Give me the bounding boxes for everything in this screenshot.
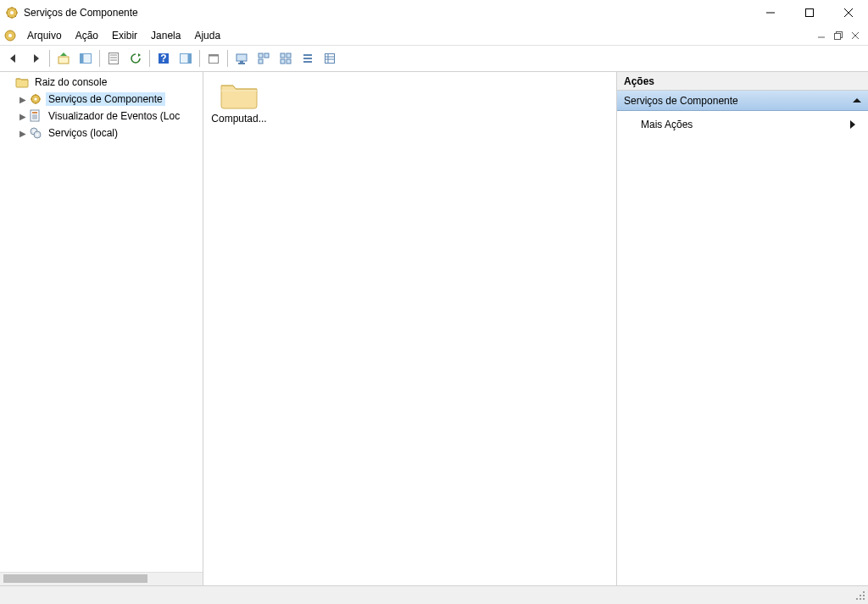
app-icon: [5, 6, 19, 19]
tree-pane: Raiz do console ▶ Serviços de Componente…: [0, 72, 203, 585]
folder-icon: [15, 75, 29, 89]
view-list-button[interactable]: [298, 48, 318, 69]
svg-rect-32: [281, 53, 285, 58]
window-title: Serviços de Componente: [24, 7, 751, 19]
svg-rect-33: [287, 53, 291, 58]
main-pane[interactable]: Computad...: [203, 72, 617, 585]
svg-rect-23: [188, 54, 192, 64]
show-hide-action-button[interactable]: [175, 48, 196, 69]
view-components-button[interactable]: [275, 48, 296, 69]
svg-rect-29: [259, 53, 263, 58]
back-button[interactable]: [3, 48, 24, 69]
mdi-close-button[interactable]: [848, 29, 863, 42]
svg-rect-13: [58, 57, 69, 64]
actions-section-header[interactable]: Serviços de Componente: [617, 91, 868, 111]
svg-rect-25: [209, 55, 219, 57]
window-controls: [751, 0, 868, 25]
svg-rect-39: [326, 54, 335, 64]
tree-item-label: Serviços de Componente: [46, 92, 165, 106]
collapse-up-icon: [853, 97, 861, 105]
actions-pane: Ações Serviços de Componente Mais Ações: [617, 72, 868, 585]
svg-rect-58: [860, 595, 861, 596]
new-window-button[interactable]: [203, 48, 224, 69]
tree-item-event-viewer[interactable]: ▶ Visualizador de Eventos (Loc: [0, 108, 203, 125]
toolbar: ?: [0, 46, 868, 72]
actions-section-label: Serviços de Componente: [624, 95, 738, 107]
resize-grip-icon[interactable]: [853, 588, 868, 603]
minimize-button[interactable]: [751, 0, 790, 25]
scrollbar-thumb[interactable]: [3, 574, 147, 583]
menu-ajuda[interactable]: Ajuda: [187, 27, 227, 44]
tree-root-label: Raiz do console: [32, 75, 109, 89]
actions-list: Mais Ações: [617, 111, 868, 138]
mdi-minimize-button[interactable]: [814, 29, 829, 42]
show-hide-tree-button[interactable]: [75, 48, 96, 69]
chevron-right-icon: [849, 120, 856, 129]
view-applications-button[interactable]: [253, 48, 274, 69]
menu-acao[interactable]: Ação: [69, 27, 105, 44]
svg-rect-35: [287, 59, 291, 64]
menu-exibir[interactable]: Exibir: [105, 27, 144, 44]
view-detail-button[interactable]: [320, 48, 340, 69]
svg-rect-46: [32, 112, 37, 114]
menu-arquivo[interactable]: Arquivo: [20, 27, 69, 44]
svg-point-53: [36, 134, 38, 136]
action-more[interactable]: Mais Ações: [617, 114, 868, 135]
svg-text:?: ?: [160, 53, 166, 64]
toolbar-separator: [199, 50, 200, 67]
help-button[interactable]: ?: [153, 48, 174, 69]
svg-rect-56: [863, 595, 865, 596]
svg-point-7: [8, 34, 12, 37]
console-tree[interactable]: Raiz do console ▶ Serviços de Componente…: [0, 72, 203, 572]
svg-rect-10: [835, 33, 841, 39]
mmc-icon: [3, 29, 17, 42]
tree-root[interactable]: Raiz do console: [0, 74, 203, 91]
toolbar-separator: [49, 50, 50, 67]
chevron-right-icon[interactable]: ▶: [17, 129, 29, 138]
services-gear-icon: [29, 126, 42, 140]
tree-horizontal-scrollbar[interactable]: [0, 572, 203, 585]
toolbar-separator: [99, 50, 100, 67]
svg-rect-57: [856, 598, 858, 600]
svg-point-52: [33, 130, 35, 132]
mdi-restore-button[interactable]: [831, 29, 846, 42]
mdi-controls: [814, 29, 865, 42]
tree-item-label: Serviços (local): [46, 126, 120, 140]
svg-rect-59: [863, 591, 865, 593]
forward-button[interactable]: [25, 48, 46, 69]
toolbar-separator: [227, 50, 228, 67]
menubar: Arquivo Ação Exibir Janela Ajuda: [0, 25, 868, 46]
svg-point-1: [10, 11, 14, 14]
svg-rect-34: [281, 59, 285, 64]
up-button[interactable]: [53, 48, 74, 69]
svg-rect-26: [236, 54, 247, 61]
computers-folder[interactable]: Computad...: [209, 77, 270, 125]
refresh-button[interactable]: [125, 48, 146, 69]
maximize-button[interactable]: [790, 0, 829, 25]
svg-rect-31: [259, 59, 263, 64]
menubar-left: Arquivo Ação Exibir Janela Ajuda: [3, 27, 227, 44]
view-computer-button[interactable]: [231, 48, 252, 69]
svg-rect-30: [264, 53, 269, 58]
svg-rect-3: [806, 9, 814, 17]
content-area: Raiz do console ▶ Serviços de Componente…: [0, 72, 868, 585]
tree-item-services[interactable]: ▶ Serviços (local): [0, 125, 203, 141]
actions-header: Ações: [617, 72, 868, 91]
close-button[interactable]: [829, 0, 868, 25]
gear-icon: [29, 92, 42, 106]
tree-item-label: Visualizador de Eventos (Loc: [46, 109, 182, 123]
menu-janela[interactable]: Janela: [144, 27, 187, 44]
tree-item-component-services[interactable]: ▶ Serviços de Componente: [0, 91, 203, 108]
chevron-right-icon[interactable]: ▶: [17, 95, 29, 104]
computers-folder-label: Computad...: [209, 113, 270, 125]
properties-button[interactable]: [103, 48, 124, 69]
actions-header-label: Ações: [624, 75, 654, 87]
svg-point-44: [34, 97, 36, 100]
chevron-right-icon[interactable]: ▶: [17, 112, 29, 121]
action-more-label: Mais Ações: [641, 119, 693, 130]
statusbar: [0, 585, 868, 604]
event-viewer-icon: [29, 109, 42, 123]
toolbar-separator: [149, 50, 150, 67]
svg-rect-55: [860, 598, 861, 600]
svg-rect-16: [109, 53, 119, 64]
